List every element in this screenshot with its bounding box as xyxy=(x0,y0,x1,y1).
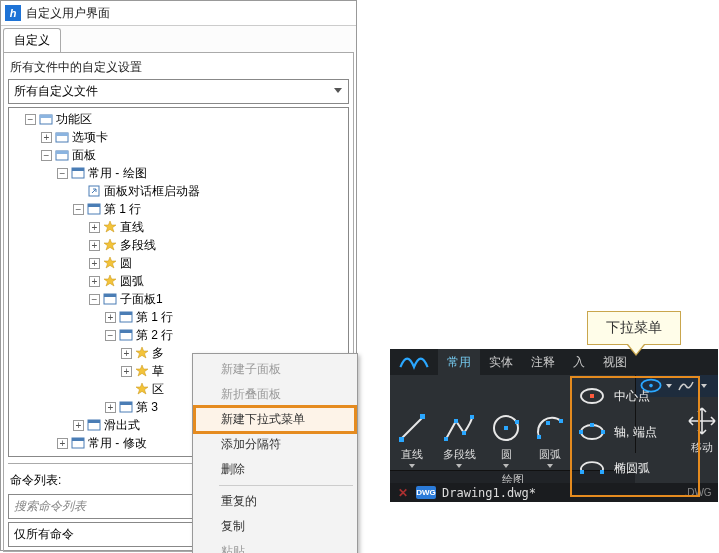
tool-polyline[interactable]: 多段线 xyxy=(434,375,484,470)
ctx-new-fold-panel[interactable]: 新折叠面板 xyxy=(195,382,355,407)
flyout-item-center[interactable]: 中心点 xyxy=(572,378,698,414)
expander-icon[interactable]: + xyxy=(105,402,116,413)
chevron-down-icon xyxy=(503,464,509,468)
expander-icon[interactable]: + xyxy=(89,240,100,251)
tree-node[interactable]: 第 2 行 xyxy=(136,327,173,344)
tool-line[interactable]: 直线 xyxy=(390,375,434,470)
tree-node[interactable]: 子面板1 xyxy=(120,291,163,308)
close-icon[interactable]: ✕ xyxy=(396,486,410,500)
svg-line-23 xyxy=(401,417,423,439)
svg-rect-32 xyxy=(515,420,519,424)
expander-icon[interactable]: − xyxy=(73,204,84,215)
expander-icon[interactable]: + xyxy=(121,366,132,377)
ellipse-center-icon xyxy=(578,382,606,410)
expander-icon[interactable]: + xyxy=(57,438,68,449)
ribbon-tab-insert[interactable]: 入 xyxy=(564,349,594,375)
row-icon xyxy=(119,328,133,342)
star-icon xyxy=(135,346,149,360)
svg-rect-3 xyxy=(56,133,68,136)
chevron-down-icon xyxy=(456,464,462,468)
arc-icon xyxy=(533,411,567,445)
tree-node[interactable]: 面板对话框启动器 xyxy=(104,183,200,200)
tree-node[interactable]: 区 xyxy=(152,381,164,398)
ribbon-tab-annot[interactable]: 注释 xyxy=(522,349,564,375)
tree-node[interactable]: 第 1 行 xyxy=(104,201,141,218)
ctx-separator xyxy=(219,485,353,486)
chevron-down-icon xyxy=(409,464,415,468)
flyout-item-ellipse-arc[interactable]: 椭圆弧 xyxy=(572,450,698,486)
tree-node[interactable]: 多段线 xyxy=(120,237,156,254)
expander-icon[interactable]: + xyxy=(73,420,84,431)
tree-node[interactable]: 多 xyxy=(152,345,164,362)
expander-icon[interactable]: − xyxy=(25,114,36,125)
tree-node[interactable]: 滑出式 xyxy=(104,417,140,434)
line-icon xyxy=(395,411,429,445)
tree-node[interactable]: 草 xyxy=(152,363,164,380)
tree-node[interactable]: 常用 - 修改 xyxy=(88,435,147,452)
tree-node[interactable]: 面板 xyxy=(72,147,96,164)
tree-node[interactable]: 直线 xyxy=(120,219,144,236)
tool-circle[interactable]: 圆 xyxy=(484,375,528,470)
svg-rect-28 xyxy=(462,431,466,435)
tree-node[interactable]: 功能区 xyxy=(56,111,92,128)
expander-icon[interactable]: + xyxy=(41,132,52,143)
titlebar: h 自定义用户界面 xyxy=(1,1,356,26)
row-icon xyxy=(87,202,101,216)
expander-icon[interactable]: − xyxy=(41,150,52,161)
svg-point-40 xyxy=(581,425,603,439)
folder-icon xyxy=(55,130,69,144)
panel-icon xyxy=(71,436,85,450)
tree-node[interactable]: 第 1 行 xyxy=(136,309,173,326)
ctx-add-separator[interactable]: 添加分隔符 xyxy=(195,432,355,457)
ctx-new-subpanel[interactable]: 新建子面板 xyxy=(195,357,355,382)
ribbon-tab-common[interactable]: 常用 xyxy=(438,349,480,375)
app-icon: h xyxy=(5,5,21,21)
subpanel-icon xyxy=(103,292,117,306)
svg-rect-44 xyxy=(580,470,584,474)
file-dropdown[interactable]: 所有自定义文件 xyxy=(8,79,349,104)
expander-icon[interactable]: − xyxy=(89,294,100,305)
ctx-copy[interactable]: 复制 xyxy=(195,514,355,539)
svg-rect-34 xyxy=(546,421,550,425)
tree-node[interactable]: 第 3 xyxy=(136,399,158,416)
flyout-item-axis-end[interactable]: 轴, 端点 xyxy=(572,414,698,450)
svg-rect-25 xyxy=(420,414,425,419)
svg-rect-31 xyxy=(504,426,508,430)
tree-node[interactable]: 圆 xyxy=(120,255,132,272)
svg-rect-14 xyxy=(120,312,132,315)
tree-node[interactable]: 圆弧 xyxy=(120,273,144,290)
svg-rect-41 xyxy=(579,430,583,434)
expander-icon[interactable]: + xyxy=(89,258,100,269)
ctx-delete[interactable]: 删除 xyxy=(195,457,355,482)
expander-icon[interactable]: + xyxy=(121,348,132,359)
svg-rect-42 xyxy=(601,430,605,434)
tree-node[interactable]: 常用 - 绘图 xyxy=(88,165,147,182)
star-icon xyxy=(103,274,117,288)
dwg-badge-icon: DWG xyxy=(416,486,436,499)
svg-rect-27 xyxy=(454,419,458,423)
tool-label: 圆弧 xyxy=(539,448,561,460)
ctx-new-dropdown-menu[interactable]: 新建下拉式菜单 xyxy=(195,407,355,432)
svg-rect-10 xyxy=(88,204,100,207)
svg-rect-20 xyxy=(88,420,100,423)
ribbon-tab-solid[interactable]: 实体 xyxy=(480,349,522,375)
ellipse-arc-icon xyxy=(578,454,606,482)
tree-node[interactable]: 选项卡 xyxy=(72,129,108,146)
window-title: 自定义用户界面 xyxy=(26,5,110,22)
expander-icon[interactable]: − xyxy=(57,168,68,179)
tab-customize[interactable]: 自定义 xyxy=(3,28,61,52)
expander-icon[interactable]: + xyxy=(89,222,100,233)
svg-rect-24 xyxy=(399,437,404,442)
star-icon xyxy=(135,382,149,396)
polyline-icon xyxy=(442,411,476,445)
svg-rect-1 xyxy=(40,115,52,118)
svg-rect-22 xyxy=(72,438,84,441)
expander-icon[interactable]: + xyxy=(89,276,100,287)
tool-arc[interactable]: 圆弧 xyxy=(528,375,572,470)
svg-rect-35 xyxy=(559,419,563,423)
ctx-duplicate[interactable]: 重复的 xyxy=(195,489,355,514)
ctx-paste[interactable]: 粘贴 xyxy=(195,539,355,553)
expander-icon[interactable]: − xyxy=(105,330,116,341)
expander-icon[interactable]: + xyxy=(105,312,116,323)
flyout-label: 中心点 xyxy=(614,388,650,405)
